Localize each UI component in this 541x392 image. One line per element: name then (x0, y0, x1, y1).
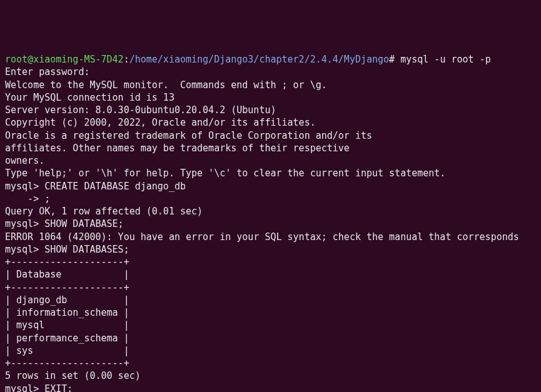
mysql-prompt-line: mysql> SHOW DATABASE; (5, 218, 536, 230)
output-line: Enter password: (5, 66, 536, 78)
mysql-prompt-line: mysql> EXIT; (5, 383, 536, 393)
prompt-path: /home/xiaoming/Django3/chapter2/2.4.4/My… (129, 54, 389, 65)
mysql-continuation-line: -> ; (5, 193, 536, 205)
error-line: ERROR 1064 (42000): You have an error in… (5, 231, 536, 243)
output-line: Server version: 8.0.30-0ubuntu0.20.04.2 … (5, 104, 536, 116)
prompt-user-host: root@xiaoming-MS-7D42 (5, 54, 124, 65)
table-row: | django_db | (5, 294, 536, 306)
command-text: mysql -u root -p (400, 54, 491, 65)
table-row: | information_schema | (5, 306, 536, 319)
prompt-hash: # (389, 54, 400, 65)
table-border: +--------------------+ (5, 357, 536, 369)
output-line: 5 rows in set (0.00 sec) (5, 369, 536, 382)
table-row: | sys | (5, 344, 536, 357)
output-line: Query OK, 1 row affected (0.01 sec) (5, 205, 536, 218)
prompt-colon: : (124, 54, 129, 65)
table-border: +--------------------+ (5, 281, 536, 294)
table-header: | Database | (5, 268, 536, 281)
output-line: Type 'help;' or '\h' for help. Type '\c'… (5, 167, 536, 179)
prompt-line: root@xiaoming-MS-7D42:/home/xiaoming/Dja… (5, 53, 536, 66)
mysql-prompt-line: mysql> SHOW DATABASES; (5, 243, 536, 256)
output-line: owners. (5, 154, 536, 167)
terminal-output[interactable]: root@xiaoming-MS-7D42:/home/xiaoming/Dja… (5, 53, 536, 392)
mysql-prompt-line: mysql> CREATE DATABASE django_db (5, 180, 536, 193)
output-line: Welcome to the MySQL monitor. Commands e… (5, 79, 536, 91)
table-border: +--------------------+ (5, 256, 536, 268)
output-line: affiliates. Other names may be trademark… (5, 142, 536, 154)
table-row: | performance_schema | (5, 332, 536, 344)
table-row: | mysql | (5, 319, 536, 331)
output-line: Your MySQL connection id is 13 (5, 91, 536, 104)
output-line: Copyright (c) 2000, 2022, Oracle and/or … (5, 116, 536, 129)
output-line: Oracle is a registered trademark of Orac… (5, 129, 536, 142)
